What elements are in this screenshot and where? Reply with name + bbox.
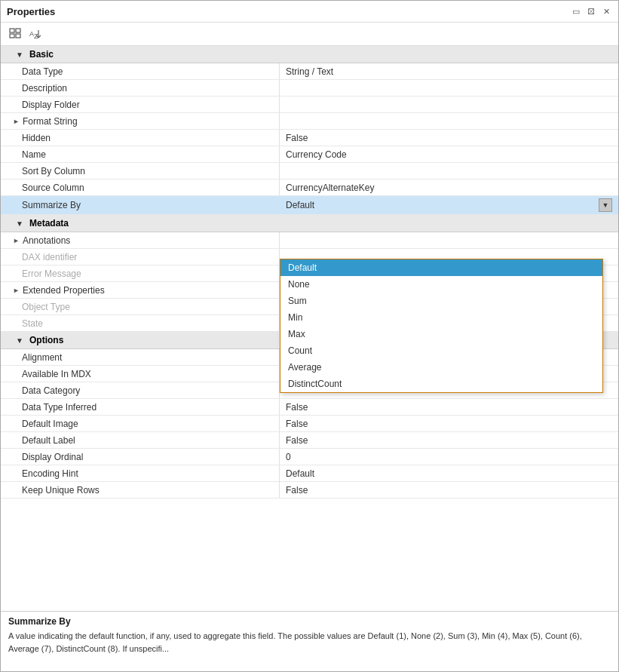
prop-label-display-folder: Display Folder (1, 97, 280, 112)
prop-row-default-label[interactable]: Default Label False (1, 432, 618, 449)
prop-value-keep-unique-rows: False (280, 482, 618, 498)
prop-label-data-category: Data Category (1, 382, 280, 398)
prop-label-data-type: Data Type (1, 63, 280, 79)
svg-rect-0 (10, 29, 14, 32)
prop-value-source-column: CurrencyAlternateKey (280, 180, 618, 195)
dropdown-item-count[interactable]: Count (280, 342, 602, 359)
prop-label-display-ordinal: Display Ordinal (1, 449, 280, 465)
prop-row-encoding-hint[interactable]: Encoding Hint Default (1, 465, 618, 482)
window-title: Properties (7, 6, 55, 17)
prop-value-data-type: String / Text (280, 63, 618, 79)
dropdown-item-average[interactable]: Average (280, 359, 602, 376)
prop-value-sort-by-column (280, 163, 618, 179)
minimize-button[interactable]: ▭ (570, 5, 582, 17)
info-description: A value indicating the default function,… (8, 630, 611, 655)
svg-rect-2 (10, 34, 14, 38)
summarize-by-dropdown[interactable]: Default None Sum Min Max Count Average D… (280, 259, 603, 393)
prop-value-description (280, 80, 618, 96)
metadata-arrow: ▼ (16, 219, 25, 228)
dropdown-item-none[interactable]: None (280, 276, 602, 293)
prop-label-keep-unique-rows: Keep Unique Rows (1, 482, 280, 498)
pin-button[interactable]: ⛝ (585, 5, 597, 17)
prop-value-encoding-hint: Default (280, 465, 618, 481)
info-title: Summarize By (8, 616, 611, 627)
prop-label-sort-by-column: Sort By Column (1, 163, 280, 179)
properties-window: Properties ▭ ⛝ ✕ A Z (0, 0, 619, 672)
prop-value-display-folder (280, 97, 618, 112)
summarize-by-dropdown-button[interactable]: ▼ (599, 198, 612, 212)
prop-label-extended-properties: ► Extended Properties (1, 282, 280, 298)
prop-label-error-message: Error Message (1, 265, 280, 281)
prop-label-source-column: Source Column (1, 180, 280, 195)
prop-row-name[interactable]: Name Currency Code (1, 146, 618, 163)
prop-row-sort-by-column[interactable]: Sort By Column (1, 163, 618, 180)
prop-row-keep-unique-rows[interactable]: Keep Unique Rows False (1, 482, 618, 499)
prop-label-hidden: Hidden (1, 130, 280, 146)
prop-row-description[interactable]: Description (1, 80, 618, 97)
annotations-arrow: ► (13, 237, 20, 244)
prop-value-default-label: False (280, 432, 618, 448)
prop-row-annotations[interactable]: ► Annotations (1, 232, 618, 249)
basic-arrow: ▼ (16, 51, 25, 59)
prop-row-format-string[interactable]: ► Format String (1, 113, 618, 130)
prop-row-display-folder[interactable]: Display Folder (1, 97, 618, 113)
svg-text:Z: Z (34, 32, 38, 40)
prop-label-default-label: Default Label (1, 432, 280, 448)
prop-row-summarize-by[interactable]: Summarize By Default ▼ (1, 196, 618, 215)
title-bar: Properties ▭ ⛝ ✕ (1, 1, 618, 23)
prop-value-format-string (280, 113, 618, 129)
prop-value-default-image: False (280, 416, 618, 431)
prop-label-data-type-inferred: Data Type Inferred (1, 399, 280, 415)
prop-value-display-ordinal: 0 (280, 449, 618, 465)
sort-button[interactable]: A Z (26, 26, 43, 42)
prop-label-alignment: Alignment (1, 349, 280, 365)
grid-view-button[interactable] (7, 26, 23, 42)
prop-row-default-image[interactable]: Default Image False (1, 416, 618, 432)
prop-label-object-type: Object Type (1, 299, 280, 315)
options-arrow: ▼ (16, 336, 25, 345)
properties-scroll[interactable]: ▼ Basic Data Type String / Text Descript… (1, 46, 618, 611)
dropdown-item-distinctcount[interactable]: DistinctCount (280, 376, 602, 392)
title-controls: ▭ ⛝ ✕ (570, 5, 612, 17)
section-options-label: Options (29, 335, 63, 345)
prop-row-data-type-inferred[interactable]: Data Type Inferred False (1, 399, 618, 416)
prop-value-name: Currency Code (280, 146, 618, 162)
prop-value-data-type-inferred: False (280, 399, 618, 415)
section-basic[interactable]: ▼ Basic (1, 46, 618, 63)
prop-value-annotations (280, 232, 618, 248)
prop-label-available-mdx: Available In MDX (1, 366, 280, 382)
prop-label-name: Name (1, 146, 280, 162)
prop-row-display-ordinal[interactable]: Display Ordinal 0 (1, 449, 618, 465)
svg-rect-1 (16, 29, 20, 32)
prop-row-data-type[interactable]: Data Type String / Text (1, 63, 618, 80)
prop-value-summarize-by[interactable]: Default ▼ (280, 196, 618, 214)
close-button[interactable]: ✕ (600, 5, 612, 17)
prop-label-state: State (1, 315, 280, 331)
dropdown-item-max[interactable]: Max (280, 326, 602, 342)
prop-label-dax-identifier: DAX identifier (1, 249, 280, 265)
prop-value-hidden: False (280, 130, 618, 146)
prop-label-annotations: ► Annotations (1, 232, 280, 248)
format-string-arrow: ► (13, 118, 20, 125)
prop-label-description: Description (1, 80, 280, 96)
prop-label-encoding-hint: Encoding Hint (1, 465, 280, 481)
prop-row-source-column[interactable]: Source Column CurrencyAlternateKey (1, 180, 618, 196)
prop-row-hidden[interactable]: Hidden False (1, 130, 618, 146)
section-metadata-label: Metadata (29, 218, 69, 229)
section-basic-label: Basic (29, 49, 54, 60)
toolbar: A Z (1, 23, 618, 46)
prop-label-default-image: Default Image (1, 416, 280, 431)
prop-label-summarize-by: Summarize By (1, 196, 280, 214)
dropdown-item-sum[interactable]: Sum (280, 293, 602, 309)
prop-label-format-string: ► Format String (1, 113, 280, 129)
extended-properties-arrow: ► (13, 287, 20, 294)
content-area: ▼ Basic Data Type String / Text Descript… (1, 46, 618, 671)
dropdown-item-default[interactable]: Default (280, 259, 602, 276)
info-panel: Summarize By A value indicating the defa… (1, 611, 618, 671)
svg-rect-3 (16, 34, 20, 38)
dropdown-item-min[interactable]: Min (280, 309, 602, 326)
section-metadata[interactable]: ▼ Metadata (1, 215, 618, 232)
summarize-by-value: Default (286, 200, 314, 210)
